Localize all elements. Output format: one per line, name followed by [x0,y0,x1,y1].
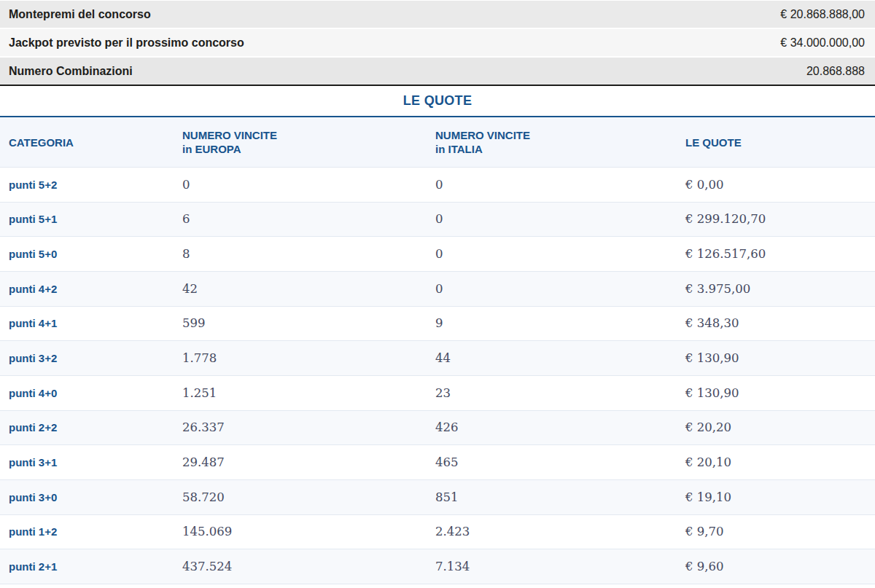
vincite-europa-cell: 437.524 [182,560,435,573]
categoria-cell: punti 4+0 [0,387,182,399]
vincite-italia-cell: 0 [435,178,685,192]
quota-cell: € 9,60 [685,560,875,573]
le-quote-section-header: LE QUOTE [0,86,875,117]
vincite-europa-cell: 8 [182,247,435,261]
quota-cell: € 20,10 [685,455,875,469]
table-row: punti 3+21.77844€ 130,90 [0,341,875,376]
vincite-italia-cell: 0 [435,282,685,296]
quota-cell: € 0,00 [685,178,875,192]
prize-summary: Montepremi del concorso € 20.868.888,00 … [0,0,875,86]
section-title: LE QUOTE [403,93,472,109]
vincite-europa-cell: 145.069 [182,525,435,538]
categoria-cell: punti 4+1 [0,317,182,329]
vincite-italia-cell: 426 [435,420,685,434]
table-row: punti 2+226.337426€ 20,20 [0,411,875,446]
table-row: punti 3+129.487465€ 20,10 [0,445,875,480]
categoria-cell: punti 3+1 [0,456,182,469]
summary-row-jackpot: Jackpot previsto per il prossimo concors… [0,29,875,56]
column-header-vincite-europa: NUMERO VINCITE in EUROPA [182,117,435,167]
quote-table-header: CATEGORIA NUMERO VINCITE in EUROPA NUMER… [0,117,875,168]
vincite-europa-cell: 1.251 [182,386,435,400]
quota-cell: € 126.517,60 [685,247,875,261]
column-header-vincite-italia: NUMERO VINCITE in ITALIA [435,117,685,167]
categoria-cell: punti 5+0 [0,248,182,260]
vincite-italia-cell: 2.423 [435,525,685,538]
vincite-europa-cell: 26.337 [182,420,435,434]
table-row: punti 4+2420€ 3.975,00 [0,272,875,307]
vincite-europa-cell: 1.778 [182,351,435,365]
table-row: punti 2+1437.5247.134€ 9,60 [0,549,875,584]
jackpot-value: € 34.000.000,00 [780,36,865,50]
vincite-europa-cell: 29.487 [182,455,435,469]
quota-cell: € 3.975,00 [685,282,875,296]
table-row: punti 5+080€ 126.517,60 [0,237,875,272]
quota-cell: € 299.120,70 [685,212,875,226]
table-row: punti 5+160€ 299.120,70 [0,203,875,238]
vincite-italia-cell: 44 [435,351,685,365]
montepremi-value: € 20.868.888,00 [780,8,865,21]
column-header-le-quote: LE QUOTE [685,117,875,167]
categoria-cell: punti 3+0 [0,491,182,503]
vincite-italia-cell: 7.134 [435,560,685,573]
vincite-europa-cell: 6 [182,212,435,226]
quota-cell: € 348,30 [685,316,875,330]
vincite-italia-cell: 0 [435,212,685,226]
categoria-cell: punti 4+2 [0,283,182,295]
jackpot-label: Jackpot previsto per il prossimo concors… [9,36,244,50]
vincite-europa-cell: 42 [182,282,435,296]
summary-row-combinazioni: Numero Combinazioni 20.868.888 [0,58,875,85]
quota-cell: € 20,20 [685,420,875,434]
table-row: punti 4+01.25123€ 130,90 [0,376,875,411]
column-header-categoria: CATEGORIA [0,117,182,167]
categoria-cell: punti 1+2 [0,525,182,538]
categoria-cell: punti 5+1 [0,213,182,225]
combinazioni-value: 20.868.888 [806,65,865,78]
vincite-europa-cell: 58.720 [182,490,435,504]
table-row: punti 3+058.720851€ 19,10 [0,480,875,515]
quota-cell: € 9,70 [685,525,875,538]
categoria-cell: punti 2+2 [0,421,182,434]
vincite-italia-cell: 9 [435,316,685,330]
table-row: punti 4+15999€ 348,30 [0,307,875,342]
categoria-cell: punti 3+2 [0,352,182,364]
vincite-italia-cell: 23 [435,386,685,400]
vincite-europa-cell: 0 [182,178,435,192]
quota-cell: € 130,90 [685,351,875,365]
categoria-cell: punti 2+1 [0,560,182,573]
vincite-italia-cell: 851 [435,490,685,504]
categoria-cell: punti 5+2 [0,179,182,191]
table-row: punti 5+200€ 0,00 [0,168,875,203]
combinazioni-label: Numero Combinazioni [9,65,133,78]
quota-cell: € 19,10 [685,490,875,504]
quota-cell: € 130,90 [685,386,875,400]
vincite-europa-cell: 599 [182,316,435,330]
vincite-italia-cell: 465 [435,455,685,469]
montepremi-label: Montepremi del concorso [9,8,151,21]
vincite-italia-cell: 0 [435,247,685,261]
table-row: punti 1+2145.0692.423€ 9,70 [0,515,875,550]
quote-table-body: punti 5+200€ 0,00punti 5+160€ 299.120,70… [0,168,875,584]
summary-row-montepremi: Montepremi del concorso € 20.868.888,00 [0,1,875,28]
